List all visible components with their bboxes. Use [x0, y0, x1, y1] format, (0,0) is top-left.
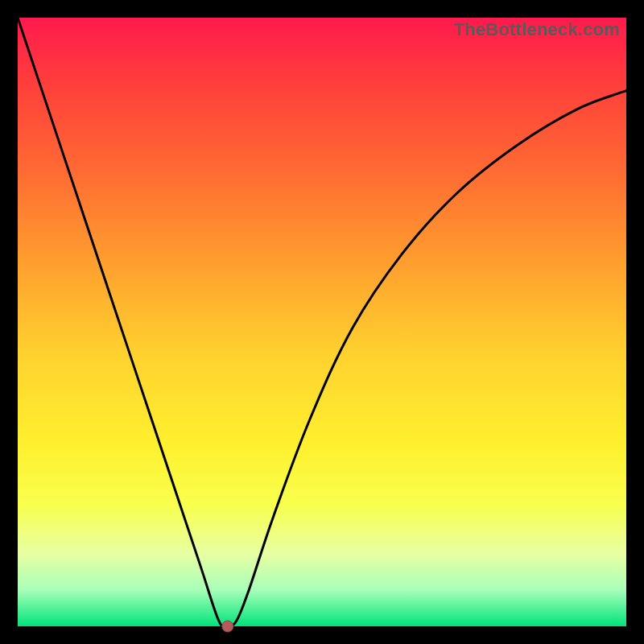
chart-frame: TheBottleneck.com [0, 0, 644, 644]
chart-svg [18, 18, 626, 626]
plot-area: TheBottleneck.com [18, 18, 626, 626]
minimum-marker [222, 621, 233, 632]
bottleneck-curve [18, 18, 626, 627]
